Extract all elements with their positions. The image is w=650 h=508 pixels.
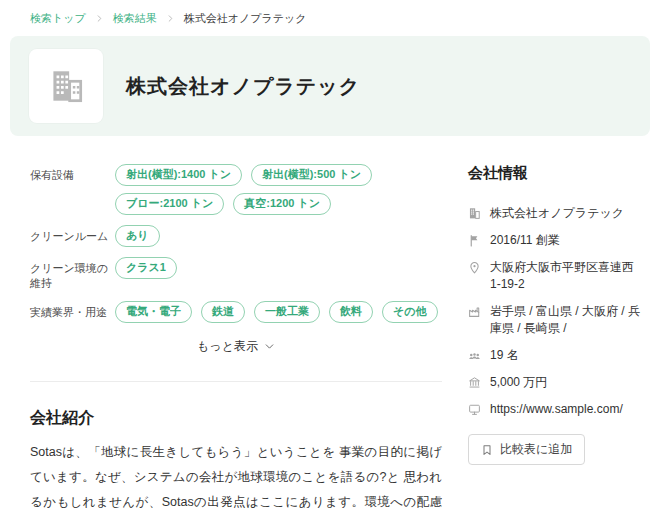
attribute-row-industries: 実績業界・用途 電気・電子 鉄道 一般工業 飲料 その他: [30, 301, 442, 323]
tag-list: クラス1: [115, 257, 442, 279]
flag-icon: [468, 234, 481, 247]
page-title: 株式会社オノプラテック: [126, 73, 360, 100]
attribute-row-equipment: 保有設備 射出(横型):1400 トン 射出(横型):500 トン ブロー:21…: [30, 164, 442, 215]
breadcrumb-current: 株式会社オノプラテック: [184, 10, 307, 26]
chevron-down-icon: [264, 341, 275, 352]
cleanroom-tag: あり: [115, 225, 160, 247]
company-detail-page: 検索トップ 検索結果 株式会社オノプラテック: [0, 0, 650, 508]
breadcrumb: 検索トップ 検索結果 株式会社オノプラテック: [30, 10, 307, 26]
info-item-company-name: 株式会社オノプラテック: [468, 205, 641, 222]
chevron-right-icon: [166, 14, 175, 23]
attribute-label: クリーンルーム: [30, 225, 115, 244]
section-divider: [30, 381, 442, 382]
office-building-icon: [45, 65, 87, 107]
company-hero: 株式会社オノプラテック: [10, 36, 650, 136]
tag-list: あり: [115, 225, 442, 247]
employees-value: 19 名: [490, 347, 519, 364]
about-section-body: Sotasは、「地球に長生きしてもらう」ということを 事業の目的に掲げています。…: [30, 440, 442, 508]
info-item-website: https://www.sample.com/: [468, 401, 641, 418]
industry-tag: 鉄道: [201, 301, 245, 323]
equipment-tag: 真空:1200 トン: [233, 193, 331, 215]
factory-icon: [468, 305, 481, 318]
attribute-label: クリーン環境の維持: [30, 257, 115, 291]
equipment-tag: 射出(横型):1400 トン: [115, 164, 242, 186]
industry-tag: 一般工業: [254, 301, 320, 323]
clean-class-tag: クラス1: [115, 257, 177, 279]
attribute-row-clean-class: クリーン環境の維持 クラス1: [30, 257, 442, 291]
website-link[interactable]: https://www.sample.com/: [490, 402, 623, 416]
attribute-label: 保有設備: [30, 164, 115, 183]
sidebar-heading: 会社情報: [468, 164, 641, 183]
about-section-heading: 会社紹介: [30, 408, 442, 429]
bookmark-icon: [481, 444, 493, 456]
tag-list: 射出(横型):1400 トン 射出(横型):500 トン ブロー:2100 トン…: [115, 164, 442, 215]
equipment-tag: 射出(横型):500 トン: [251, 164, 372, 186]
equipment-tag: ブロー:2100 トン: [115, 193, 224, 215]
map-pin-icon: [468, 261, 481, 274]
breadcrumb-link-search-results[interactable]: 検索結果: [113, 10, 157, 26]
bank-icon: [468, 376, 481, 389]
info-item-address: 大阪府大阪市平野区喜連西1-19-2: [468, 259, 641, 293]
info-item-employees: 19 名: [468, 347, 641, 364]
attribute-label: 実績業界・用途: [30, 301, 115, 320]
company-attributes-section: 保有設備 射出(横型):1400 トン 射出(横型):500 トン ブロー:21…: [30, 164, 442, 508]
founded-value: 2016/11 創業: [490, 232, 560, 249]
breadcrumb-link-search-top[interactable]: 検索トップ: [30, 10, 86, 26]
show-more-label: もっと表示: [197, 338, 258, 355]
people-icon: [468, 349, 481, 362]
info-item-locations: 岩手県 / 富山県 / 大阪府 / 兵庫県 / 長崎県 /: [468, 303, 641, 337]
company-name-value: 株式会社オノプラテック: [490, 205, 624, 222]
industry-tag: その他: [382, 301, 438, 323]
show-more-button[interactable]: もっと表示: [197, 338, 275, 355]
address-value: 大阪府大阪市平野区喜連西1-19-2: [490, 259, 641, 293]
add-to-comparison-button[interactable]: 比較表に追加: [468, 434, 585, 465]
add-to-comparison-label: 比較表に追加: [500, 441, 572, 458]
capital-value: 5,000 万円: [490, 374, 547, 391]
chevron-right-icon: [95, 14, 104, 23]
industry-tag: 飲料: [329, 301, 373, 323]
tag-list: 電気・電子 鉄道 一般工業 飲料 その他: [115, 301, 442, 323]
building-icon: [468, 207, 481, 220]
info-item-capital: 5,000 万円: [468, 374, 641, 391]
info-item-founded: 2016/11 創業: [468, 232, 641, 249]
industry-tag: 電気・電子: [115, 301, 192, 323]
company-logo-card: [29, 49, 103, 123]
company-info-sidebar: 会社情報 株式会社オノプラテック: [468, 164, 641, 465]
attribute-row-cleanroom: クリーンルーム あり: [30, 225, 442, 247]
locations-value: 岩手県 / 富山県 / 大阪府 / 兵庫県 / 長崎県 /: [490, 303, 641, 337]
monitor-icon: [468, 403, 481, 416]
